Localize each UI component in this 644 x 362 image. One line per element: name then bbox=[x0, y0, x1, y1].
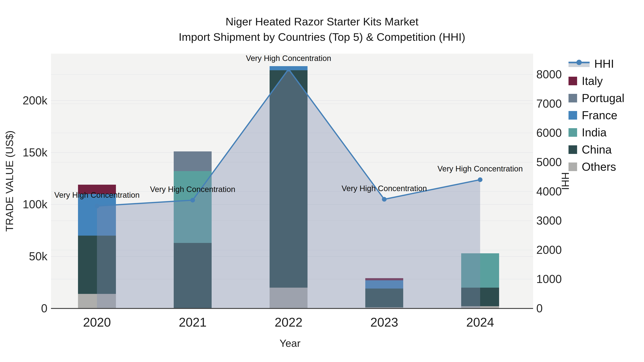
y-right-tick-2000: 2000 bbox=[536, 244, 590, 256]
x-tick-label-2022: 2022 bbox=[260, 316, 317, 329]
hhi-marker-2024[interactable] bbox=[478, 177, 482, 182]
legend-label-others: Others bbox=[582, 161, 616, 173]
y-right-tick-3000: 3000 bbox=[536, 215, 590, 226]
y-left-tick-0: 0 bbox=[0, 303, 48, 314]
legend-label-france: France bbox=[582, 109, 617, 122]
legend-item-china[interactable]: China bbox=[568, 143, 624, 156]
y-right-tick-0: 0 bbox=[536, 303, 590, 314]
x-axis-line bbox=[51, 308, 533, 309]
legend-swatch-others bbox=[568, 162, 577, 171]
hhi-legend-swatch bbox=[568, 60, 590, 67]
annotation-2024: Very High Concentration bbox=[438, 164, 523, 173]
annotation-2020: Very High Concentration bbox=[54, 191, 140, 200]
legend-item-portugal[interactable]: Portugal bbox=[568, 92, 624, 104]
y-left-tick-50k: 50k bbox=[0, 251, 48, 262]
legend-item-france[interactable]: France bbox=[568, 109, 624, 122]
annotation-2023: Very High Concentration bbox=[342, 184, 427, 193]
y-left-tick-200k: 200k bbox=[0, 95, 48, 106]
chart-figure: Niger Heated Razor Starter Kits Market I… bbox=[0, 0, 644, 362]
legend-swatch-india bbox=[568, 128, 577, 137]
hhi-marker-2023[interactable] bbox=[382, 197, 386, 202]
hhi-marker-2022[interactable] bbox=[286, 67, 291, 71]
legend: HHIItalyPortugalFranceIndiaChinaOthers bbox=[568, 57, 624, 173]
legend-item-india[interactable]: India bbox=[568, 126, 624, 139]
legend-label-hhi: HHI bbox=[594, 57, 614, 70]
legend-label-china: China bbox=[582, 143, 612, 156]
x-tick-label-2021: 2021 bbox=[164, 316, 221, 329]
x-tick-label-2020: 2020 bbox=[68, 316, 126, 329]
hhi-marker-2021[interactable] bbox=[190, 198, 195, 203]
legend-label-india: India bbox=[582, 126, 606, 139]
legend-swatch-china bbox=[568, 145, 577, 154]
annotation-2021: Very High Concentration bbox=[150, 185, 236, 194]
legend-item-hhi[interactable]: HHI bbox=[568, 57, 624, 70]
y-left-axis-title: TRADE VALUE (US$) bbox=[4, 130, 16, 232]
x-axis-title: Year bbox=[280, 337, 300, 349]
x-tick-label-2024: 2024 bbox=[452, 316, 509, 329]
legend-swatch-portugal bbox=[568, 94, 577, 102]
legend-label-italy: Italy bbox=[582, 75, 603, 87]
x-tick-label-2023: 2023 bbox=[356, 316, 413, 329]
y-right-tick-1000: 1000 bbox=[536, 273, 590, 285]
hhi-legend-marker bbox=[576, 60, 582, 65]
legend-swatch-italy bbox=[568, 77, 577, 85]
annotation-2022: Very High Concentration bbox=[246, 54, 331, 63]
legend-swatch-france bbox=[568, 111, 577, 120]
hhi-marker-2020[interactable] bbox=[95, 204, 99, 208]
legend-item-others[interactable]: Others bbox=[568, 161, 624, 173]
y-right-axis-title: HHI bbox=[560, 172, 571, 190]
legend-label-portugal: Portugal bbox=[582, 92, 624, 104]
legend-item-italy[interactable]: Italy bbox=[568, 75, 624, 87]
